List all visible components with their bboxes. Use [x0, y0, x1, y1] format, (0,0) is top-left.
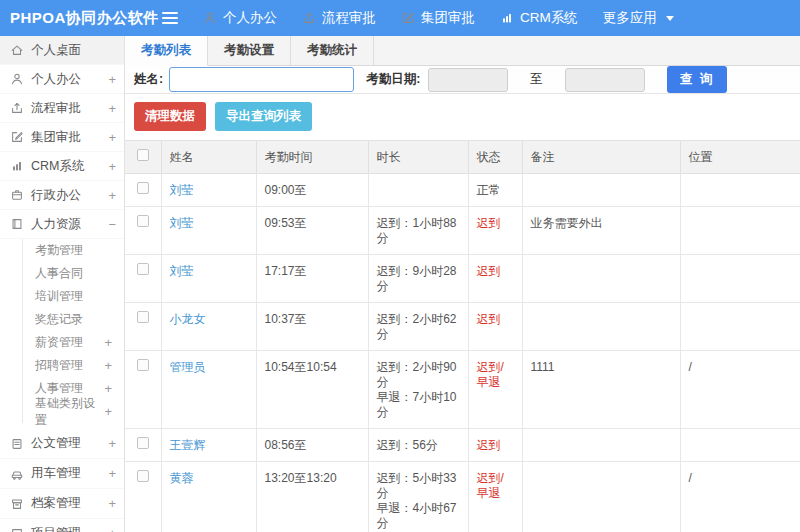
nav-workflow-approval[interactable]: 流程审批 — [302, 9, 376, 27]
expand-sign: + — [104, 358, 124, 373]
sidebar-subitem-rewards[interactable]: 奖惩记录 — [22, 308, 124, 331]
sidebar-item-group-approval[interactable]: 集团审批 + — [0, 123, 124, 152]
sidebar-item-label: 项目管理 — [31, 525, 81, 532]
sidebar-item-label: 个人办公 — [31, 71, 81, 88]
employee-name-link[interactable]: 黄蓉 — [170, 471, 194, 485]
sidebar-subitem-salary[interactable]: 薪资管理 + — [22, 331, 124, 354]
sidebar-item-label: 流程审批 — [31, 100, 81, 117]
select-all-checkbox[interactable] — [137, 149, 149, 161]
expand-sign: + — [104, 404, 124, 419]
table-row: 小龙女 10:37至 迟到：2小时62分 迟到 — [125, 303, 800, 351]
nav-more-apps[interactable]: 更多应用 — [603, 9, 674, 27]
note-cell: 业务需要外出 — [522, 207, 680, 255]
home-icon — [10, 43, 24, 57]
sidebar-subitem-training[interactable]: 培训管理 — [22, 285, 124, 308]
sidebar-item-documents[interactable]: 公文管理 + — [0, 429, 124, 459]
hr-submenu: 考勤管理 人事合同 培训管理 奖惩记录 薪资管理 + 招聘管理 + — [0, 239, 124, 423]
sidebar-item-personal-desktop[interactable]: 个人桌面 — [0, 36, 124, 65]
expand-sign: + — [108, 130, 116, 145]
row-checkbox[interactable] — [137, 263, 149, 275]
date-label: 考勤日期: — [366, 71, 420, 88]
status-text: 正常 — [468, 174, 522, 207]
expand-sign: + — [108, 496, 116, 511]
chart-icon — [10, 159, 24, 173]
row-checkbox[interactable] — [137, 359, 149, 371]
tab-attendance-settings[interactable]: 考勤设置 — [208, 36, 291, 65]
expand-sign: + — [108, 436, 116, 451]
employee-name-link[interactable]: 刘莹 — [170, 264, 194, 278]
location-cell — [680, 429, 800, 462]
nav-crm-system[interactable]: CRM系统 — [500, 9, 578, 27]
sidebar-item-archives[interactable]: 档案管理 + — [0, 489, 124, 519]
clean-data-button[interactable]: 清理数据 — [134, 102, 206, 131]
nav-label: 个人办公 — [223, 9, 277, 27]
sidebar-item-label: 集团审批 — [31, 129, 81, 146]
to-label: 至 — [530, 71, 543, 88]
employee-name-link[interactable]: 小龙女 — [170, 312, 206, 326]
sidebar-bottom-group: 公文管理 + 用车管理 + 档案管理 + 项目管理 + — [0, 429, 124, 532]
nav-personal-office[interactable]: 个人办公 — [203, 9, 277, 27]
duration-cell — [368, 174, 468, 207]
nav-label: CRM系统 — [520, 9, 578, 27]
status-text: 迟到 — [468, 303, 522, 351]
sidebar-item-workflow-approval[interactable]: 流程审批 + — [0, 94, 124, 123]
employee-name-link[interactable]: 王壹辉 — [170, 438, 206, 452]
subitem-label: 人事合同 — [35, 265, 83, 282]
location-cell — [680, 303, 800, 351]
attendance-time: 08:56至 — [256, 429, 368, 462]
location-cell — [680, 174, 800, 207]
subitem-label: 薪资管理 — [35, 334, 83, 351]
sidebar-item-personal-office[interactable]: 个人办公 + — [0, 65, 124, 94]
subitem-label: 奖惩记录 — [35, 311, 83, 328]
sidebar-item-crm-system[interactable]: CRM系统 + — [0, 152, 124, 181]
location-cell: / — [680, 462, 800, 532]
status-text: 迟到/早退 — [468, 351, 522, 429]
location-cell — [680, 207, 800, 255]
expand-sign: − — [108, 217, 116, 232]
user-icon — [10, 72, 24, 86]
subitem-label: 基础类别设置 — [35, 395, 104, 429]
search-button[interactable]: 查 询 — [667, 66, 727, 93]
nav-group-approval[interactable]: 集团审批 — [401, 9, 475, 27]
subitem-label: 考勤管理 — [35, 242, 83, 259]
subitem-label: 招聘管理 — [35, 357, 83, 374]
tab-attendance-stats[interactable]: 考勤统计 — [291, 36, 374, 65]
row-checkbox[interactable] — [137, 182, 149, 194]
note-cell — [522, 462, 680, 532]
sidebar-subitem-hr-contract[interactable]: 人事合同 — [22, 262, 124, 285]
table-row: 刘莹 17:17至 迟到：9小时28分 迟到 — [125, 255, 800, 303]
row-checkbox[interactable] — [137, 215, 149, 227]
employee-name-link[interactable]: 管理员 — [170, 360, 206, 374]
expand-sign: + — [108, 72, 116, 87]
sidebar-subitem-base-category[interactable]: 基础类别设置 + — [22, 400, 124, 423]
status-text: 迟到 — [468, 207, 522, 255]
subitem-label: 培训管理 — [35, 288, 83, 305]
col-name: 姓名 — [161, 141, 256, 174]
sidebar-item-admin-office[interactable]: 行政办公 + — [0, 181, 124, 210]
table-row: 刘莹 09:53至 迟到：1小时88分 迟到 业务需要外出 — [125, 207, 800, 255]
date-to-input[interactable] — [565, 68, 645, 92]
table-row: 管理员 10:54至10:54 迟到：2小时90分早退：7小时10分 迟到/早退… — [125, 351, 800, 429]
row-checkbox[interactable] — [137, 470, 149, 482]
hamburger-menu-icon[interactable] — [162, 12, 178, 24]
employee-name-link[interactable]: 刘莹 — [170, 183, 194, 197]
attendance-table: 姓名 考勤时间 时长 状态 备注 位置 刘莹 09:00至 正常 — [125, 140, 800, 532]
sidebar: 个人桌面 个人办公 + 流程审批 + 集团审批 + CRM系统 + 行政办公 + — [0, 36, 125, 532]
col-time: 考勤时间 — [256, 141, 368, 174]
sidebar-item-vehicles[interactable]: 用车管理 + — [0, 459, 124, 489]
sidebar-subitem-recruit[interactable]: 招聘管理 + — [22, 354, 124, 377]
user-icon — [203, 11, 217, 25]
attendance-time: 13:20至13:20 — [256, 462, 368, 532]
tab-attendance-list[interactable]: 考勤列表 — [125, 36, 208, 66]
expand-sign: + — [108, 466, 116, 481]
row-checkbox[interactable] — [137, 311, 149, 323]
sidebar-item-projects[interactable]: 项目管理 + — [0, 519, 124, 532]
name-input[interactable] — [169, 67, 354, 92]
row-checkbox[interactable] — [137, 437, 149, 449]
sidebar-item-label: 个人桌面 — [31, 42, 81, 59]
export-list-button[interactable]: 导出查询列表 — [215, 102, 312, 131]
sidebar-subitem-attendance[interactable]: 考勤管理 — [22, 239, 124, 262]
employee-name-link[interactable]: 刘莹 — [170, 216, 194, 230]
date-from-input[interactable] — [428, 68, 508, 92]
sidebar-item-human-resources[interactable]: 人力资源 − — [0, 210, 124, 239]
